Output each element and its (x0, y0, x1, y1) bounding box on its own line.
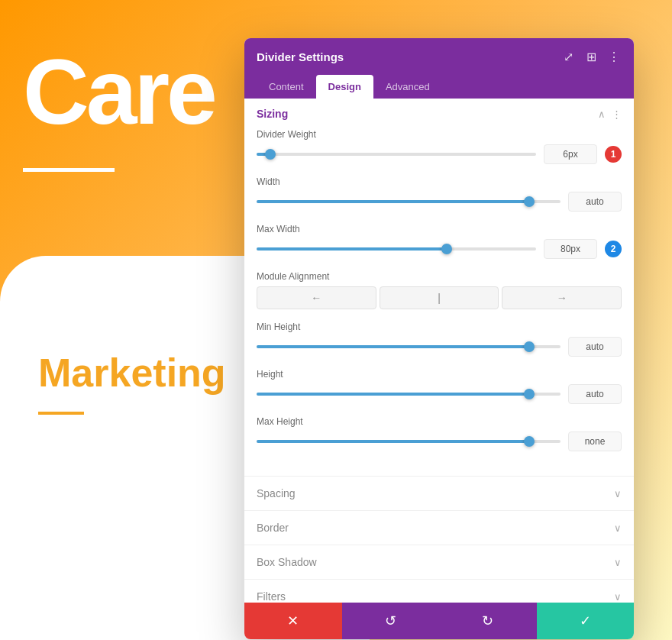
sizing-section-header[interactable]: Sizing ∧ ⋮ (244, 99, 634, 129)
care-divider-line (23, 168, 115, 172)
divider-weight-label: Divider Weight (257, 129, 622, 140)
min-height-slider-row: auto (257, 337, 622, 357)
module-alignment-label: Module Alignment (257, 271, 622, 282)
sizing-section: Sizing ∧ ⋮ Divider Weight (244, 99, 634, 477)
max-height-label: Max Height (257, 416, 622, 427)
width-thumb[interactable] (524, 196, 535, 207)
width-field: Width auto (257, 176, 622, 212)
max-height-thumb[interactable] (524, 436, 535, 447)
undo-icon: ↺ (385, 613, 396, 629)
sizing-content: Divider Weight 6px 1 Width (244, 129, 634, 476)
height-slider-row: auto (257, 384, 622, 404)
max-width-badge: 2 (605, 241, 622, 257)
height-field: Height auto (257, 369, 622, 404)
spacing-section[interactable]: Spacing ∨ (244, 477, 634, 511)
min-height-track (257, 345, 561, 348)
max-width-field: Max Width 80px 2 (257, 224, 622, 259)
min-height-value[interactable]: auto (568, 337, 622, 357)
min-height-slider[interactable] (257, 339, 561, 354)
max-height-value[interactable]: none (568, 432, 622, 451)
redo-button[interactable]: ↻ (439, 603, 537, 639)
max-height-fill (257, 440, 530, 443)
panel-header: Divider Settings ⤢ ⊞ ⋮ (244, 38, 634, 75)
height-label: Height (257, 369, 622, 380)
align-left-button[interactable]: ← (257, 286, 376, 309)
layout-icon[interactable]: ⊞ (583, 49, 599, 64)
marketing-heading: Marketing (38, 350, 226, 396)
align-center-button[interactable]: | (380, 286, 499, 309)
filters-expand-icon[interactable]: ∨ (614, 591, 622, 603)
spacing-expand-icon[interactable]: ∨ (614, 488, 622, 499)
min-height-label: Min Height (257, 322, 622, 332)
max-width-slider[interactable] (257, 241, 536, 257)
align-right-button[interactable]: → (502, 286, 622, 309)
cancel-icon: ✕ (287, 613, 299, 629)
divider-weight-slider[interactable] (257, 147, 536, 162)
filters-title: Filters (257, 590, 286, 603)
sizing-more-icon[interactable]: ⋮ (612, 108, 622, 120)
care-heading: Care (23, 46, 215, 137)
width-slider-row: auto (257, 192, 622, 212)
height-slider[interactable] (257, 386, 561, 402)
marketing-divider-line (38, 412, 84, 415)
box-shadow-section[interactable]: Box Shadow ∨ (244, 545, 634, 580)
sizing-collapse-icon[interactable]: ∧ (598, 108, 606, 120)
redo-icon: ↻ (482, 613, 493, 629)
tab-content[interactable]: Content (257, 75, 316, 99)
sizing-title: Sizing (257, 108, 288, 120)
width-track (257, 200, 561, 203)
cancel-button[interactable]: ✕ (244, 603, 342, 639)
border-expand-icon[interactable]: ∨ (614, 522, 622, 534)
divider-weight-track (257, 153, 536, 156)
divider-weight-value[interactable]: 6px (544, 144, 597, 164)
more-options-icon[interactable]: ⋮ (606, 49, 622, 64)
panel-body: Sizing ∧ ⋮ Divider Weight (244, 99, 634, 603)
module-alignment-field: Module Alignment ← | → (257, 271, 622, 309)
border-section[interactable]: Border ∨ (244, 511, 634, 545)
divider-weight-thumb[interactable] (265, 149, 276, 160)
box-shadow-expand-icon[interactable]: ∨ (614, 557, 622, 568)
border-title: Border (257, 522, 289, 534)
tabs-bar: Content Design Advanced (244, 75, 634, 99)
max-width-value[interactable]: 80px (544, 239, 597, 259)
max-width-label: Max Width (257, 224, 622, 234)
max-width-slider-row: 80px 2 (257, 239, 622, 259)
alignment-row: ← | → (257, 286, 622, 309)
divider-weight-field: Divider Weight 6px 1 (257, 129, 622, 164)
tab-advanced[interactable]: Advanced (373, 75, 442, 99)
width-value[interactable]: auto (568, 192, 622, 212)
panel-header-icons: ⤢ ⊞ ⋮ (561, 49, 622, 64)
width-label: Width (257, 176, 622, 187)
fullscreen-icon[interactable]: ⤢ (561, 49, 576, 64)
divider-settings-panel: Divider Settings ⤢ ⊞ ⋮ Content Design Ad… (244, 38, 634, 639)
max-height-track (257, 440, 561, 443)
max-width-thumb[interactable] (441, 244, 452, 254)
max-width-fill (257, 247, 447, 251)
height-fill (257, 393, 530, 396)
max-height-slider[interactable] (257, 434, 561, 449)
width-fill (257, 200, 530, 203)
sizing-controls: ∧ ⋮ (598, 108, 622, 120)
undo-button[interactable]: ↺ (342, 603, 440, 639)
divider-weight-badge: 1 (605, 146, 622, 163)
tab-design[interactable]: Design (316, 75, 373, 99)
filters-section[interactable]: Filters ∨ (244, 580, 634, 603)
confirm-button[interactable]: ✓ (537, 603, 635, 639)
height-thumb[interactable] (524, 389, 535, 399)
panel-footer: ✕ ↺ ↻ ✓ (244, 603, 634, 639)
confirm-icon: ✓ (580, 613, 591, 629)
min-height-field: Min Height auto (257, 322, 622, 357)
min-height-thumb[interactable] (524, 341, 535, 352)
panel-title: Divider Settings (257, 50, 344, 63)
max-height-slider-row: none (257, 432, 622, 451)
width-slider[interactable] (257, 194, 561, 209)
spacing-title: Spacing (257, 487, 296, 499)
min-height-fill (257, 345, 530, 348)
max-height-field: Max Height none (257, 416, 622, 451)
height-track (257, 393, 561, 396)
divider-weight-slider-row: 6px 1 (257, 144, 622, 164)
max-width-track (257, 247, 536, 251)
box-shadow-title: Box Shadow (257, 556, 317, 568)
height-value[interactable]: auto (568, 384, 622, 404)
